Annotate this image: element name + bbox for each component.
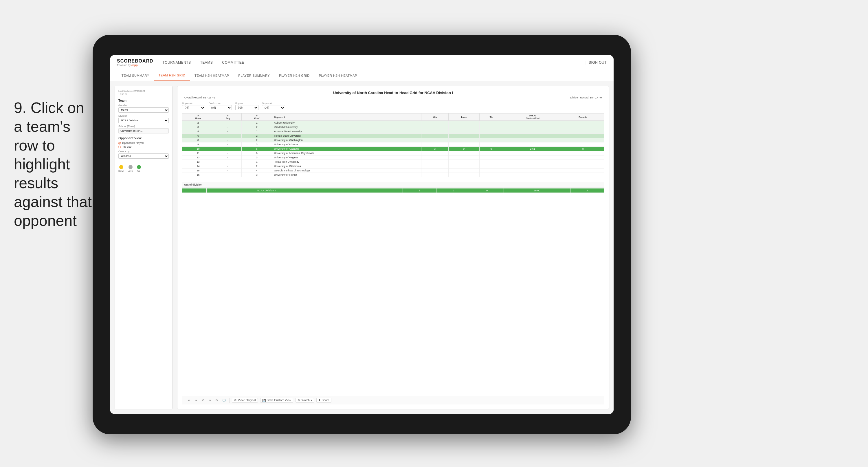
colour-by-select[interactable]: Win/loss — [118, 153, 169, 159]
cell-rank: 14 — [182, 164, 214, 169]
history-btn[interactable]: ⟲ — [200, 398, 205, 403]
cell-opponent: University of Alabama — [272, 147, 422, 151]
out-of-division-row[interactable]: NCAA Division II 1 0 0 26.00 3 — [182, 188, 604, 193]
cell-conf: 3 — [242, 142, 272, 147]
sub-nav: TEAM SUMMARY TEAM H2H GRID TEAM H2H HEAT… — [110, 70, 614, 81]
header-reg: #Reg — [214, 114, 242, 121]
od-cell-win: 1 — [403, 188, 436, 193]
tab-player-summary[interactable]: PLAYER SUMMARY — [234, 70, 274, 81]
overall-record: Overall Record: 89 - 17 - 0 — [184, 96, 215, 99]
division-select[interactable]: NCAA Division I — [118, 118, 169, 123]
cell-conf: 2 — [242, 138, 272, 142]
table-row[interactable]: 2 - 1 Auburn University — [182, 121, 604, 125]
cell-loss — [448, 173, 479, 177]
table-row[interactable]: 13 - 1 Texas Tech University — [182, 160, 604, 164]
tab-team-h2h-grid[interactable]: TEAM H2H GRID — [154, 70, 190, 81]
conference-filter-select[interactable]: (All) — [209, 105, 232, 110]
tab-team-h2h-heatmap[interactable]: TEAM H2H HEATMAP — [190, 70, 234, 81]
od-cell-opponent: NCAA Division II — [255, 188, 403, 193]
share-icon: ⬆ — [318, 399, 321, 402]
cell-loss — [448, 160, 479, 164]
last-updated: Last Updated: 27/03/2024 16:55:38 — [118, 89, 169, 96]
watch-btn[interactable]: 👁 Watch ▾ — [296, 398, 314, 403]
od-cell-tie: 0 — [470, 188, 504, 193]
instruction-text: 9. Click on a team's row to highlight re… — [14, 98, 95, 230]
cell-diff — [503, 151, 562, 155]
cell-tie — [479, 142, 503, 147]
cell-diff: 2.61 — [503, 147, 562, 151]
left-panel: Last Updated: 27/03/2024 16:55:38 Team G… — [115, 86, 173, 409]
radio-opponents-played[interactable]: Opponents Played — [118, 142, 169, 144]
table-row[interactable]: 12 - 3 University of Virginia — [182, 155, 604, 160]
legend-label-up: Up — [137, 170, 140, 172]
header-win: Win — [422, 114, 448, 121]
table-row[interactable]: 3 - 2 Vanderbilt University — [182, 125, 604, 129]
nav-committee[interactable]: COMMITTEE — [222, 59, 244, 66]
filter-row: Opponents: (All) Conference (All) Region — [182, 102, 604, 110]
header-conf: #Conf — [242, 114, 272, 121]
opponents-filter-select[interactable]: (All) — [182, 105, 205, 110]
last-updated-date: Last Updated: 27/03/2024 — [118, 89, 169, 93]
legend-label-down: Down — [118, 170, 124, 172]
cut-btn[interactable]: ✂ — [208, 398, 212, 403]
conference-filter: Conference (All) — [209, 102, 232, 110]
table-row[interactable]: 10 - 5 University of Alabama 3 0 0 2.61 … — [182, 147, 604, 151]
out-of-division-table: NCAA Division II 1 0 0 26.00 3 — [182, 188, 604, 193]
undo-btn[interactable]: ↩ — [187, 398, 191, 403]
share-btn[interactable]: ⬆ Share — [316, 398, 332, 403]
legend-dot-up — [137, 165, 141, 169]
table-row[interactable]: 9 - 3 University of Arizona — [182, 142, 604, 147]
radio-label-opponents: Opponents Played — [122, 142, 144, 144]
table-row[interactable]: 8 - 2 University of Washington — [182, 138, 604, 142]
cell-conf: 2 — [242, 134, 272, 138]
cell-tie — [479, 164, 503, 169]
cell-loss — [448, 164, 479, 169]
instruction-body: Click on a team's row to highlight resul… — [14, 99, 92, 229]
od-cell-rank — [182, 188, 207, 193]
cell-loss — [448, 129, 479, 134]
table-row[interactable]: 4 - 1 Arizona State University — [182, 129, 604, 134]
table-row[interactable]: 16 - 3 University of Florida — [182, 173, 604, 177]
od-cell-diff: 26.00 — [504, 188, 570, 193]
cell-reg: - — [214, 138, 242, 142]
nav-tournaments[interactable]: TOURNAMENTS — [163, 59, 191, 66]
nav-sign-out[interactable]: Sign out — [589, 59, 607, 66]
od-cell-rounds: 3 — [570, 188, 604, 193]
save-icon: 💾 — [262, 399, 266, 402]
table-row[interactable]: 14 - 2 University of Oklahoma — [182, 164, 604, 169]
tab-player-h2h-heatmap[interactable]: PLAYER H2H HEATMAP — [314, 70, 362, 81]
cell-win — [422, 173, 448, 177]
view-original-btn[interactable]: 👁 View: Original — [232, 398, 258, 403]
cell-loss — [448, 155, 479, 160]
region-filter-select[interactable]: (All) — [235, 105, 258, 110]
opponent-filter-label: Opponent — [262, 102, 285, 105]
nav-links: TOURNAMENTS TEAMS COMMITTEE — [163, 59, 586, 66]
cell-rounds — [562, 173, 604, 177]
cell-opponent: Arizona State University — [272, 129, 422, 134]
copy-btn[interactable]: ⧉ — [214, 398, 219, 403]
cell-diff — [503, 129, 562, 134]
school-rank-value: University of Nort... — [118, 128, 169, 134]
right-panel: University of North Carolina Head-to-Hea… — [177, 86, 609, 409]
table-row[interactable]: 15 - 4 Georgia Institute of Technology — [182, 169, 604, 173]
clock-btn[interactable]: 🕐 — [221, 398, 227, 403]
radio-top100[interactable]: Top 100 — [118, 145, 169, 148]
cell-reg: - — [214, 134, 242, 138]
tab-player-h2h-grid[interactable]: PLAYER H2H GRID — [274, 70, 314, 81]
save-custom-btn[interactable]: 💾 Save Custom View — [260, 398, 293, 403]
table-row[interactable]: 11 - 6 University of Arkansas, Fayettevi… — [182, 151, 604, 155]
table-row[interactable]: 6 - 2 Florida State University — [182, 134, 604, 138]
cell-diff — [503, 142, 562, 147]
redo-btn[interactable]: ↪ — [194, 398, 198, 403]
tab-team-summary[interactable]: TEAM SUMMARY — [117, 70, 154, 81]
opponents-filter: Opponents: (All) — [182, 102, 205, 110]
nav-teams[interactable]: TEAMS — [200, 59, 213, 66]
cell-diff — [503, 125, 562, 129]
cell-conf: 3 — [242, 173, 272, 177]
overall-record-label: Overall Record: — [184, 96, 203, 99]
last-updated-time: 16:55:38 — [118, 93, 169, 96]
opponent-filter-select[interactable]: (All) — [262, 105, 285, 110]
opponent-view-label: Opponent View — [118, 136, 169, 140]
gender-select[interactable]: Men's — [118, 108, 169, 113]
save-custom-label: Save Custom View — [267, 399, 291, 402]
